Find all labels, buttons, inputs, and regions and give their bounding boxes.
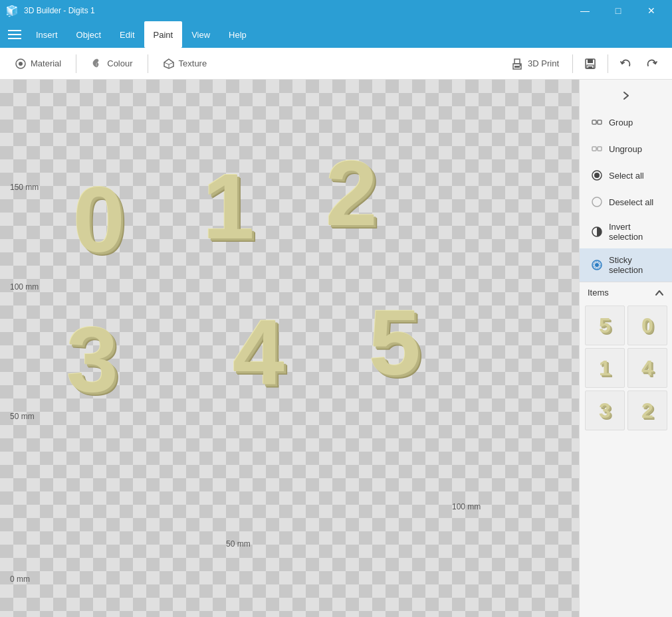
panel-group-button[interactable]: Group bbox=[580, 109, 672, 135]
right-panel: Group Ungroup Select all bbox=[579, 80, 672, 617]
main-area: 150 mm 100 mm 50 mm 0 mm 50 mm 100 mm 0 … bbox=[0, 80, 672, 617]
item-digit-3: 3 bbox=[599, 398, 611, 423]
items-header[interactable]: Items bbox=[580, 282, 672, 303]
axis-label-50mm: 50 mm bbox=[10, 412, 35, 421]
items-grid: 5 0 1 4 3 2 bbox=[580, 303, 672, 436]
svg-point-21 bbox=[594, 173, 600, 178]
select-all-icon bbox=[590, 169, 604, 182]
menubar: Insert Object Edit Paint View Help bbox=[0, 21, 672, 48]
texture-icon bbox=[163, 58, 175, 70]
toolbar-redo-button[interactable] bbox=[640, 52, 664, 76]
svg-rect-11 bbox=[588, 59, 593, 63]
svg-line-3 bbox=[164, 62, 169, 64]
menu-object[interactable]: Object bbox=[67, 21, 111, 48]
hamburger-line-1 bbox=[8, 30, 21, 31]
menu-paint[interactable]: Paint bbox=[144, 21, 183, 48]
minimize-button[interactable]: — bbox=[570, 0, 600, 21]
toolbar-undo-button[interactable] bbox=[614, 52, 637, 76]
digit-0[interactable]: 0 bbox=[73, 166, 124, 274]
item-thumb-2[interactable]: 2 bbox=[627, 391, 667, 430]
hamburger-menu-button[interactable] bbox=[3, 21, 27, 48]
digit-1[interactable]: 1 bbox=[203, 153, 253, 260]
svg-rect-15 bbox=[598, 120, 602, 124]
panel-sticky-selection-button[interactable]: Sticky selection bbox=[580, 248, 672, 282]
items-section: Items 5 0 1 4 3 bbox=[580, 282, 672, 436]
menu-view[interactable]: View bbox=[182, 21, 219, 48]
svg-rect-13 bbox=[588, 66, 592, 68]
item-thumb-5[interactable]: 5 bbox=[585, 306, 625, 345]
maximize-button[interactable]: □ bbox=[603, 0, 633, 21]
texture-label: Texture bbox=[179, 58, 207, 68]
print-icon bbox=[510, 57, 524, 70]
redo-icon bbox=[645, 57, 659, 70]
digits-container: 0 1 2 3 4 5 bbox=[66, 146, 499, 558]
menu-insert[interactable]: Insert bbox=[27, 21, 67, 48]
svg-rect-18 bbox=[598, 147, 602, 151]
save-icon bbox=[584, 57, 597, 70]
titlebar: 🧊 3D Builder - Digits 1 — □ ✕ bbox=[0, 0, 672, 21]
item-thumb-0[interactable]: 0 bbox=[627, 306, 667, 345]
toolbar-texture[interactable]: Texture bbox=[156, 55, 214, 72]
svg-point-22 bbox=[592, 197, 602, 207]
panel-invert-selection-button[interactable]: Invert selection bbox=[580, 215, 672, 248]
toolbar-sep-1 bbox=[76, 54, 76, 73]
canvas-area[interactable]: 150 mm 100 mm 50 mm 0 mm 50 mm 100 mm 0 … bbox=[0, 80, 579, 617]
axis-label-150mm: 150 mm bbox=[10, 183, 39, 192]
sticky-selection-icon bbox=[590, 258, 604, 272]
svg-rect-14 bbox=[592, 120, 596, 124]
toolbar-material[interactable]: Material bbox=[8, 55, 68, 72]
hamburger-line-3 bbox=[8, 38, 21, 39]
deselect-all-icon bbox=[590, 195, 604, 209]
toolbar-sep-2 bbox=[148, 54, 148, 73]
panel-collapse-button[interactable] bbox=[616, 85, 637, 106]
item-digit-5: 5 bbox=[599, 313, 611, 338]
app-icon: 🧊 bbox=[5, 5, 19, 17]
menu-help[interactable]: Help bbox=[219, 21, 256, 48]
toolbar: Material Colour Texture bbox=[0, 48, 672, 80]
panel-deselect-all-button[interactable]: Deselect all bbox=[580, 189, 672, 215]
svg-rect-7 bbox=[514, 59, 520, 64]
item-digit-4: 4 bbox=[641, 356, 653, 381]
menu-edit[interactable]: Edit bbox=[110, 21, 144, 48]
svg-rect-17 bbox=[592, 147, 596, 151]
item-thumb-4[interactable]: 4 bbox=[627, 348, 667, 388]
toolbar-colour[interactable]: Colour bbox=[84, 55, 139, 72]
hamburger-line-2 bbox=[8, 34, 21, 35]
select-all-label: Select all bbox=[609, 171, 644, 181]
item-thumb-3[interactable]: 3 bbox=[585, 391, 625, 430]
titlebar-controls: — □ ✕ bbox=[570, 0, 667, 21]
digit-5[interactable]: 5 bbox=[369, 289, 419, 397]
digit-3[interactable]: 3 bbox=[66, 306, 117, 413]
deselect-all-label: Deselect all bbox=[609, 197, 653, 207]
invert-selection-icon bbox=[590, 225, 604, 238]
item-digit-1: 1 bbox=[599, 356, 611, 381]
toolbar-sep-3 bbox=[572, 54, 573, 73]
close-button[interactable]: ✕ bbox=[636, 0, 667, 21]
ungroup-label: Ungroup bbox=[609, 144, 642, 154]
toolbar-3dprint[interactable]: 3D Print bbox=[503, 54, 567, 73]
svg-point-9 bbox=[520, 64, 522, 66]
digit-4[interactable]: 4 bbox=[233, 299, 283, 406]
panel-select-all-button[interactable]: Select all bbox=[580, 162, 672, 189]
group-label: Group bbox=[609, 118, 633, 128]
colour-label: Colour bbox=[107, 58, 132, 68]
svg-rect-8 bbox=[514, 66, 520, 68]
print-label: 3D Print bbox=[528, 58, 559, 68]
svg-line-4 bbox=[169, 62, 173, 64]
toolbar-save-button[interactable] bbox=[578, 52, 602, 76]
item-thumb-1[interactable]: 1 bbox=[585, 348, 625, 388]
chevron-right-icon bbox=[621, 90, 631, 101]
digit-2[interactable]: 2 bbox=[326, 139, 376, 247]
item-digit-2: 2 bbox=[641, 398, 653, 423]
svg-point-25 bbox=[595, 263, 599, 267]
svg-point-1 bbox=[19, 62, 23, 66]
toolbar-sep-4 bbox=[608, 54, 608, 73]
group-icon bbox=[590, 116, 604, 129]
axis-label-0mm: 0 mm bbox=[10, 574, 30, 584]
app-title: 3D Builder - Digits 1 bbox=[24, 6, 95, 15]
invert-selection-label: Invert selection bbox=[609, 222, 661, 242]
chevron-up-icon bbox=[655, 288, 664, 298]
sticky-selection-label: Sticky selection bbox=[609, 255, 661, 275]
panel-ungroup-button[interactable]: Ungroup bbox=[580, 135, 672, 162]
axis-label-100mm: 100 mm bbox=[10, 282, 39, 292]
